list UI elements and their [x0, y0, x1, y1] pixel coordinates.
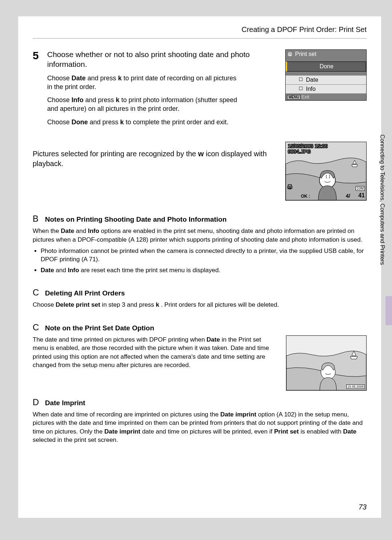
- lcd-info-item: Info: [286, 84, 366, 93]
- thumb-overlay-text: 15/05/2008 15:30 0004.JPG: [288, 144, 328, 155]
- note-body: When the Date and Info options are enabl…: [33, 227, 367, 274]
- page-number: 73: [359, 503, 367, 511]
- note-section-d: D Date Imprint When date and time of rec…: [33, 397, 367, 444]
- lcd-exit-label: Exit: [301, 94, 309, 100]
- step-number: 5: [33, 49, 47, 131]
- step-paragraph: Choose Date and press k to print date of…: [47, 74, 243, 92]
- note-glyph: B: [33, 214, 41, 224]
- recognition-text: Pictures selected for printing are recog…: [33, 149, 278, 169]
- note-section-c2: C Note on the Print Set Date Option The …: [33, 322, 367, 391]
- lcd-done-item: Done: [286, 61, 366, 72]
- lcd-date-item: Date: [286, 75, 366, 84]
- note-bullet: Photo information cannot be printed when…: [41, 247, 367, 264]
- note-title: Date Imprint: [45, 399, 85, 407]
- date-imprint-thumbnail: 15.05.2008: [286, 335, 367, 391]
- lcd-menu-screenshot: Print set Done Date Info MENUExit: [285, 49, 367, 118]
- step-title: Choose whether or not to also print shoo…: [47, 49, 279, 69]
- note-title: Notes on Printing Shooting Date and Phot…: [45, 215, 226, 223]
- thumb-counter: 4/: [346, 193, 350, 199]
- imprinted-date: 15.05.2008: [346, 384, 365, 389]
- print-order-icon: [287, 184, 294, 190]
- note-title: Note on the Print Set Date Option: [45, 324, 154, 332]
- page-title: Creating a DPOF Print Order: Print Set: [33, 25, 367, 39]
- menu-icon: MENU: [287, 95, 301, 100]
- note-title: Deleting All Print Orders: [45, 289, 125, 297]
- step-paragraph: Choose Done and press k to complete the …: [47, 118, 367, 126]
- note-body: Choose Delete print set in step 3 and pr…: [33, 301, 367, 309]
- side-chapter-label: Connecting to Televisions, Computers and…: [379, 134, 385, 265]
- note-section-b: B Notes on Printing Shooting Date and Ph…: [33, 214, 367, 274]
- note-glyph: D: [33, 397, 41, 407]
- step-paragraph: Choose Info and press k to print photo i…: [47, 96, 243, 113]
- note-section-c1: C Deleting All Print Orders Choose Delet…: [33, 287, 367, 309]
- side-tab: [385, 296, 392, 325]
- note-body: When date and time of recording are impr…: [33, 410, 367, 444]
- thumb-badges: 10M 41: [356, 186, 365, 199]
- print-set-icon: [288, 52, 293, 57]
- recognition-block: Pictures selected for printing are recog…: [33, 142, 367, 201]
- note-glyph: C: [33, 322, 41, 333]
- lcd-title: Print set: [295, 51, 317, 57]
- note-body: The date and time printed on pictures wi…: [33, 335, 277, 391]
- manual-page: Creating a DPOF Print Order: Print Set C…: [18, 16, 381, 518]
- step-block: 5 Choose whether or not to also print sh…: [33, 49, 367, 131]
- note-glyph: C: [33, 287, 41, 298]
- note-bullet: Date and Info are reset each time the pr…: [41, 266, 367, 274]
- playback-thumbnail: 15/05/2008 15:30 0004.JPG OK : 4/ 10M 41: [285, 142, 367, 201]
- thumb-ok-label: OK :: [301, 194, 310, 199]
